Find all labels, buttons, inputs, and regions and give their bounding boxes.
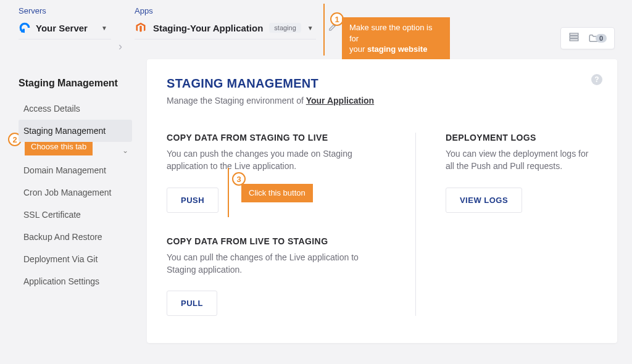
sidebar-title: Staging Management [19,78,132,89]
section-heading-l2s: COPY DATA FROM LIVE TO STAGING [167,236,386,246]
section-text-logs: You can view the deployment logs for all… [446,147,597,173]
staging-badge: staging [269,23,301,33]
top-breadcrumb-bar: Servers Your Server ▼ › Apps Staging-You… [0,0,632,59]
sidebar: Staging Management Access Details Stagin… [19,59,132,292]
sidebar-item-ssl-certificate[interactable]: SSL Certificate [19,204,132,226]
sidebar-callout-gap [19,142,132,159]
main-panel: ? STAGING MANAGEMENT Manage the Staging … [147,59,617,343]
app-dropdown[interactable]: Staging-Your Application staging ▼ [135,18,316,39]
section-heading-s2l: COPY DATA FROM STAGING TO LIVE [167,133,386,143]
caret-down-icon: ▼ [101,25,107,31]
sidebar-item-application-settings[interactable]: Application Settings [19,270,132,292]
sidebar-item-staging-management[interactable]: Staging Management ⌄ [19,120,132,142]
svg-rect-3 [570,33,578,35]
section-text-s2l: You can push the changes you made on Sta… [167,147,386,173]
svg-rect-5 [570,39,578,41]
callout-1-line2a: your [349,44,367,54]
sidebar-item-backup-and-restore[interactable]: Backup And Restore [19,226,132,248]
svg-rect-2 [20,30,22,31]
callout-1: Make sure the option is for your staging… [342,17,450,60]
left-column: COPY DATA FROM STAGING TO LIVE You can p… [167,133,391,316]
callout-1-line2b: staging website [367,44,428,54]
top-right-widgets: 0 [560,27,615,49]
server-dropdown[interactable]: Your Server ▼ [19,18,111,39]
help-icon[interactable]: ? [591,74,602,85]
apps-crumb: Apps Staging-Your Application staging ▼ [135,6,353,39]
view-logs-button[interactable]: VIEW LOGS [446,188,522,213]
list-view-icon[interactable] [568,31,580,45]
callout-1-line [323,4,325,56]
section-live-to-staging: COPY DATA FROM LIVE TO STAGING You can p… [167,236,386,316]
right-column: DEPLOYMENT LOGS You can view the deploym… [441,133,597,316]
servers-label: Servers [19,6,111,15]
magento-icon [135,22,147,34]
section-text-l2s: You can pull the changes of the Live app… [167,251,386,276]
server-name: Your Server [36,23,88,33]
callout-3: Click this button [241,184,313,202]
section-heading-logs: DEPLOYMENT LOGS [446,133,597,143]
svg-rect-4 [570,36,578,38]
sidebar-item-access-details[interactable]: Access Details [19,97,132,120]
servers-crumb: Servers Your Server ▼ [19,6,111,39]
app-name: Staging-Your Application [153,23,263,33]
svg-rect-0 [23,29,25,31]
page-subtitle: Manage the Staging environment of Your A… [167,96,597,105]
push-button[interactable]: PUSH [167,188,218,213]
callout-1-line1: Make sure the option is for [349,23,432,43]
callout-3-line [228,168,229,217]
digitalocean-icon [19,22,31,34]
sidebar-item-deployment-via-git[interactable]: Deployment Via Git [19,248,132,270]
section-deployment-logs: DEPLOYMENT LOGS You can view the deploym… [446,133,597,213]
column-separator [415,133,416,316]
sidebar-item-label: Staging Management [23,126,106,136]
pull-button[interactable]: PULL [167,291,217,316]
projects-count: 0 [596,34,607,43]
projects-icon[interactable]: 0 [588,33,607,44]
caret-down-icon: ▼ [307,25,314,31]
apps-label: Apps [135,6,353,15]
sidebar-item-cron-job-management[interactable]: Cron Job Management [19,181,132,204]
page-title: STAGING MANAGEMENT [167,77,597,91]
sidebar-item-domain-management[interactable]: Domain Management [19,159,132,181]
svg-rect-1 [21,31,23,33]
page-subtitle-link[interactable]: Your Application [306,96,374,105]
page-subtitle-prefix: Manage the Staging environment of [167,96,306,105]
chevron-right-icon: › [118,40,122,57]
